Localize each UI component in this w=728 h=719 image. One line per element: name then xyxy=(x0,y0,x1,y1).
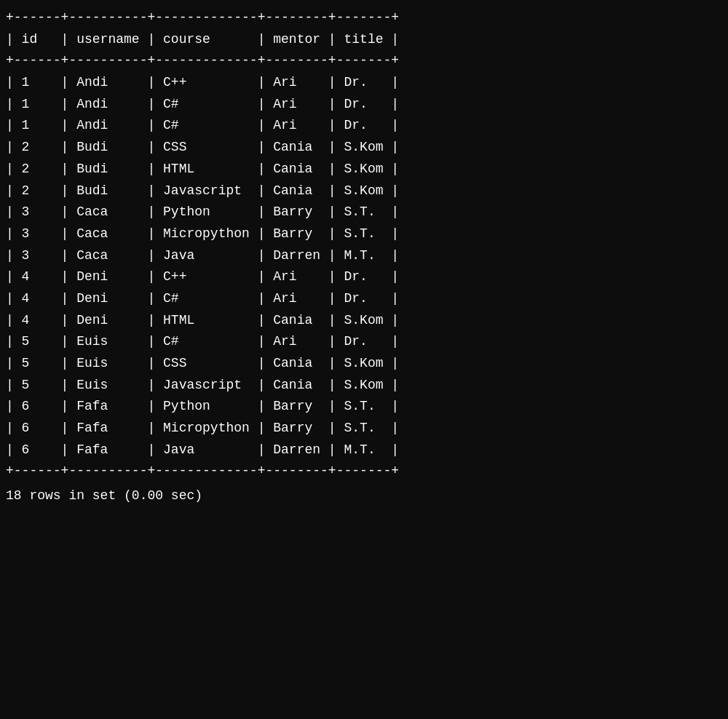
table-row: | 6 | Fafa | Python | Barry | S.T. | xyxy=(6,396,722,418)
table-row: | 3 | Caca | Python | Barry | S.T. | xyxy=(6,202,722,223)
query-result-table: +------+----------+-------------+-------… xyxy=(6,7,722,482)
header-row: | id | username | course | mentor | titl… xyxy=(6,32,399,47)
table-rows: | 1 | Andi | C++ | Ari | Dr. || 1 | Andi… xyxy=(6,72,722,461)
table-row: | 5 | Euis | CSS | Cania | S.Kom | xyxy=(6,353,722,375)
table-row: | 1 | Andi | C# | Ari | Dr. | xyxy=(6,94,722,116)
table-row: | 1 | Andi | C# | Ari | Dr. | xyxy=(6,115,722,137)
table-row: | 6 | Fafa | Micropython | Barry | S.T. … xyxy=(6,418,722,440)
table-row: | 3 | Caca | Micropython | Barry | S.T. … xyxy=(6,223,722,245)
table-row: | 4 | Deni | HTML | Cania | S.Kom | xyxy=(6,310,722,332)
table-row: | 2 | Budi | HTML | Cania | S.Kom | xyxy=(6,159,722,180)
table-row: | 1 | Andi | C++ | Ari | Dr. | xyxy=(6,72,722,94)
table-row: | 4 | Deni | C++ | Ari | Dr. | xyxy=(6,266,722,288)
table-row: | 6 | Fafa | Java | Darren | M.T. | xyxy=(6,440,722,461)
result-display: +------+----------+-------------+-------… xyxy=(6,7,722,72)
terminal-window: +------+----------+-------------+-------… xyxy=(6,7,722,712)
separator-bottom: +------+----------+-------------+-------… xyxy=(6,461,722,482)
table-row: | 5 | Euis | Javascript | Cania | S.Kom … xyxy=(6,375,722,397)
table-row: | 2 | Budi | CSS | Cania | S.Kom | xyxy=(6,137,722,159)
table-row: | 5 | Euis | C# | Ari | Dr. | xyxy=(6,331,722,353)
table-row: | 4 | Deni | C# | Ari | Dr. | xyxy=(6,288,722,310)
separator-top: +------+----------+-------------+-------… xyxy=(6,10,399,25)
table-row: | 2 | Budi | Javascript | Cania | S.Kom … xyxy=(6,180,722,202)
header-separator: +------+----------+-------------+-------… xyxy=(6,53,399,68)
table-row: | 3 | Caca | Java | Darren | M.T. | xyxy=(6,245,722,267)
row-count-footer: 18 rows in set (0.00 sec) xyxy=(6,485,722,507)
